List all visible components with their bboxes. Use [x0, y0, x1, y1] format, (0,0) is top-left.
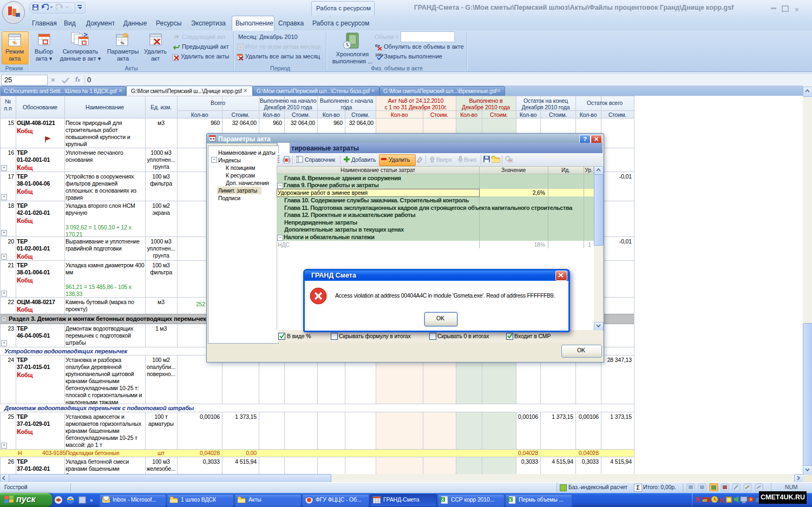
svg-text:X: X	[509, 497, 512, 502]
svg-text:K: K	[719, 497, 724, 504]
svg-text:»: »	[90, 497, 93, 503]
svg-text:%: %	[12, 40, 17, 45]
svg-text:%: %	[120, 41, 124, 45]
svg-text:ati: ati	[703, 498, 707, 502]
svg-text:2: 2	[240, 56, 243, 60]
svg-text:X: X	[441, 497, 444, 502]
